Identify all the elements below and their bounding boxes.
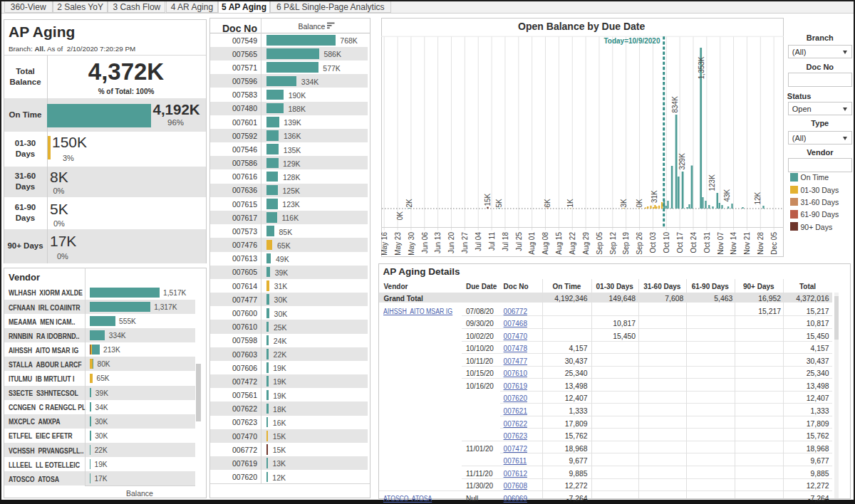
svg-text:Jun 20: Jun 20	[447, 231, 455, 253]
svg-text:Sep 05: Sep 05	[595, 231, 603, 254]
svg-text:Aug 15: Aug 15	[555, 231, 563, 254]
svg-text:Oct 31: Oct 31	[703, 231, 710, 253]
svg-text:1K: 1K	[566, 198, 574, 207]
svg-text:Dec 05: Dec 05	[770, 231, 777, 254]
svg-text:Jul 25: Jul 25	[514, 231, 522, 251]
svg-text:0K: 0K	[395, 211, 403, 220]
svg-text:Aug 29: Aug 29	[581, 231, 589, 254]
svg-text:31K: 31K	[650, 189, 658, 202]
svg-text:5K: 5K	[495, 198, 503, 207]
svg-text:Sep 19: Sep 19	[622, 231, 630, 254]
svg-text:Open Balance by Due Date: Open Balance by Due Date	[518, 21, 645, 32]
svg-text:Aug 01: Aug 01	[528, 231, 536, 254]
svg-text:Oct 03: Oct 03	[649, 231, 657, 253]
svg-text:Jun 06: Jun 06	[420, 231, 428, 253]
svg-text:May 30: May 30	[407, 231, 415, 255]
svg-text:0K: 0K	[635, 198, 643, 207]
svg-text:Oct 10: Oct 10	[663, 231, 670, 253]
svg-text:6K: 6K	[543, 198, 551, 207]
svg-text:Jul 04: Jul 04	[475, 231, 482, 251]
svg-text:Nov 07: Nov 07	[716, 231, 724, 254]
svg-text:15K: 15K	[483, 193, 491, 206]
svg-text:May 16: May 16	[381, 231, 388, 255]
svg-text:Sep 26: Sep 26	[636, 231, 643, 254]
svg-text:Oct 24: Oct 24	[689, 231, 697, 253]
svg-text:Aug 22: Aug 22	[569, 231, 576, 254]
svg-text:Jul 18: Jul 18	[501, 231, 509, 251]
svg-text:3K: 3K	[619, 198, 627, 207]
svg-text:Today=10/9/2020: Today=10/9/2020	[603, 36, 660, 44]
svg-text:123K: 123K	[708, 174, 716, 191]
svg-text:Jun 13: Jun 13	[434, 231, 442, 253]
svg-text:May 23: May 23	[393, 231, 401, 255]
svg-text:Oct 17: Oct 17	[675, 231, 683, 253]
svg-text:Nov 28: Nov 28	[757, 231, 765, 254]
svg-text:834K: 834K	[671, 95, 679, 112]
svg-text:12K: 12K	[754, 191, 762, 204]
svg-text:2K: 2K	[405, 198, 413, 207]
svg-text:Sep 12: Sep 12	[608, 231, 616, 254]
svg-text:Aug 08: Aug 08	[542, 231, 549, 254]
svg-text:43K: 43K	[722, 189, 730, 201]
svg-text:329K: 329K	[678, 152, 686, 169]
svg-text:Jun 27: Jun 27	[461, 231, 469, 253]
svg-text:Jul 11: Jul 11	[487, 231, 495, 250]
svg-text:1,353K: 1,353K	[697, 56, 705, 79]
svg-text:Nov 21: Nov 21	[743, 231, 751, 254]
svg-text:Nov 14: Nov 14	[730, 231, 737, 254]
